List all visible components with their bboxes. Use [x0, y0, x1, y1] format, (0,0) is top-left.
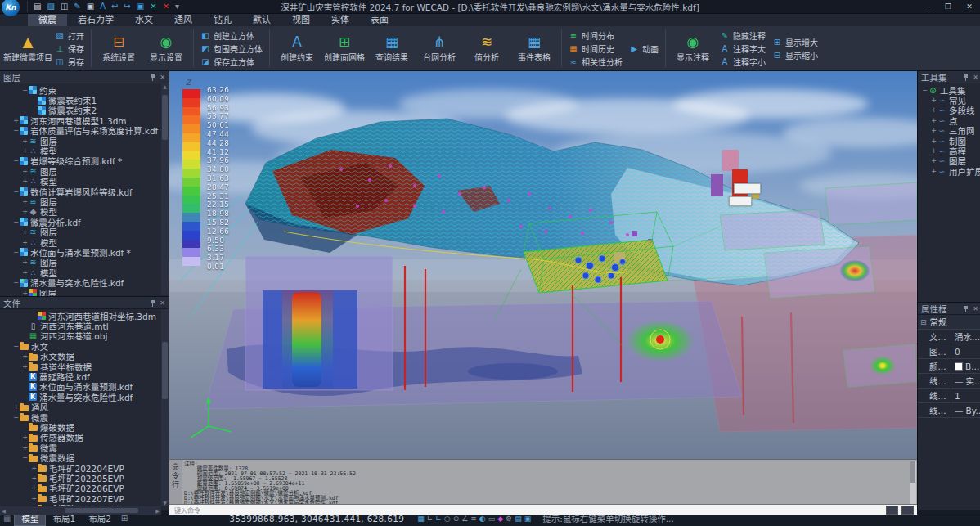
- menu-tab[interactable]: 水文: [124, 14, 164, 26]
- ribbon-small-button[interactable]: ◫另存: [53, 56, 86, 68]
- pin-icon[interactable]: [963, 305, 969, 312]
- tree-twisty[interactable]: +: [30, 474, 38, 482]
- window-icon[interactable]: ▣: [137, 1, 144, 12]
- tree-twisty[interactable]: +: [930, 97, 937, 104]
- tree-twisty[interactable]: +: [930, 106, 937, 114]
- pin-icon[interactable]: [963, 74, 969, 81]
- ribbon-small-button[interactable]: ✎隐藏注释: [718, 29, 767, 42]
- tree-twisty[interactable]: +: [21, 147, 29, 155]
- tree-twisty[interactable]: +: [930, 147, 937, 155]
- tree-item[interactable]: K涌水量与突水危险性.kdf: [0, 392, 169, 402]
- tree-twisty[interactable]: +: [21, 363, 29, 371]
- tree-twisty[interactable]: +: [21, 269, 29, 276]
- scroll-thumb[interactable]: [65, 508, 138, 513]
- tree-twisty[interactable]: −: [12, 279, 20, 286]
- tree-twisty[interactable]: +: [930, 117, 937, 124]
- tree-twisty[interactable]: +: [30, 465, 38, 472]
- tree-twisty[interactable]: −: [12, 218, 20, 226]
- tree-twisty[interactable]: −: [21, 87, 29, 94]
- tree-item[interactable]: +≋图层: [0, 136, 169, 146]
- vertical-scrollbar[interactable]: ▲: [161, 83, 169, 295]
- polar-tracking-icon[interactable]: ○: [444, 515, 451, 523]
- close-red-icon[interactable]: ✕: [163, 1, 169, 12]
- ribbon-small-button[interactable]: ⊟显示缩小: [771, 49, 820, 61]
- property-row[interactable]: 线...1: [918, 389, 980, 403]
- object-track-icon[interactable]: ∠: [461, 515, 468, 523]
- tree-twisty[interactable]: −: [12, 343, 20, 350]
- tree-twisty[interactable]: +: [930, 168, 937, 175]
- tree-twisty[interactable]: +: [21, 290, 29, 297]
- units-icon[interactable]: ▤: [515, 515, 522, 523]
- tree-item[interactable]: +≋图层: [0, 196, 169, 206]
- tree-twisty[interactable]: −: [12, 414, 20, 421]
- osnap-icon[interactable]: ⊕: [453, 515, 460, 523]
- menu-tab[interactable]: 岩石力学: [67, 14, 124, 26]
- tree-item[interactable]: −涌水量与突水危险性.kdf: [0, 277, 169, 287]
- ribbon-small-button[interactable]: ◧创建立方体: [199, 29, 264, 42]
- console-option-button[interactable]: [901, 506, 914, 515]
- tree-twisty[interactable]: +: [21, 228, 29, 236]
- ortho-icon[interactable]: ∟: [435, 515, 442, 523]
- vertical-scrollbar[interactable]: ▼: [161, 309, 169, 506]
- restore-button[interactable]: ❐: [937, 0, 959, 13]
- collapse-icon[interactable]: ⊟: [920, 318, 927, 326]
- close-panel-icon[interactable]: ✕: [973, 74, 978, 81]
- close-button[interactable]: ✕: [959, 0, 980, 13]
- logo-a-icon[interactable]: A: [100, 1, 106, 12]
- tree-item[interactable]: +≋图层: [0, 166, 169, 176]
- scroll-thumb[interactable]: [910, 461, 915, 483]
- tree-item[interactable]: +≋图层: [0, 258, 169, 267]
- tree-item[interactable]: +通风: [0, 402, 169, 412]
- tree-twisty[interactable]: −: [12, 188, 20, 196]
- qat-dropdown-icon[interactable]: ▾: [175, 1, 179, 12]
- tree-item[interactable]: ▦河西河东巷道.obj: [0, 331, 169, 341]
- ribbon-button[interactable]: A创建约束: [275, 29, 319, 68]
- tree-item[interactable]: −微震分析.kdf: [0, 217, 169, 227]
- menu-tab[interactable]: 微震: [28, 14, 67, 26]
- 3d-viewport[interactable]: Z 63.2660.0956.9353.7750.6147.4444.2841.…: [169, 71, 917, 459]
- tree-twisty[interactable]: −: [12, 157, 20, 164]
- ribbon-small-button[interactable]: A注释字小: [718, 56, 767, 68]
- ribbon-button[interactable]: ⊟系统设置: [97, 29, 141, 68]
- tree-item[interactable]: 爆破数据: [0, 422, 169, 432]
- annotation-icon[interactable]: ◆: [497, 515, 503, 523]
- tree-item[interactable]: +≋图层: [0, 227, 169, 236]
- ribbon-button[interactable]: ▲新建微震项目: [6, 29, 50, 68]
- tree-item[interactable]: −水文: [0, 341, 169, 351]
- property-row[interactable]: 线...—实...: [918, 374, 980, 389]
- ribbon-small-button[interactable]: A注释字大: [718, 43, 767, 55]
- menu-tab[interactable]: 通风: [164, 14, 203, 26]
- ribbon-small-button[interactable]: ◩包围壳立方体: [199, 43, 264, 55]
- console-log[interactable]: 注释: 微震事件数量: 1328 时间范围: 2021-07-01 00:57:…: [184, 461, 909, 504]
- scroll-thumb[interactable]: [162, 95, 168, 140]
- ribbon-button[interactable]: ▦查询结果: [370, 29, 414, 68]
- ribbon-button[interactable]: ⊞创建面网格: [322, 29, 366, 68]
- ribbon-small-button[interactable]: ⊞显示增大: [771, 36, 820, 48]
- tree-item[interactable]: +传感器数据: [0, 433, 169, 443]
- tree-twisty[interactable]: −: [12, 249, 20, 256]
- close-panel-icon[interactable]: ✕: [973, 305, 978, 312]
- workspace-gear-icon[interactable]: ⚙: [506, 515, 512, 523]
- tree-item[interactable]: −水位面与涌水量预测.kdf *: [0, 247, 169, 257]
- property-row[interactable]: 图...0: [918, 344, 980, 359]
- tree-twisty[interactable]: +: [21, 168, 29, 175]
- ribbon-button[interactable]: ≋值分析: [465, 29, 509, 68]
- ribbon-small-button[interactable]: ▦时间历史: [567, 43, 624, 55]
- scroll-left-icon[interactable]: ◀: [0, 508, 7, 514]
- close-panel-icon[interactable]: ✕: [160, 299, 165, 307]
- grid-icon[interactable]: ▦: [417, 515, 425, 523]
- ribbon-small-button[interactable]: ≈相关性分析: [567, 56, 624, 68]
- dynamic-input-icon[interactable]: ▭: [488, 515, 496, 523]
- ribbon-small-button[interactable]: ≡时间分布: [567, 29, 624, 42]
- tree-twisty[interactable]: +: [930, 127, 937, 134]
- tree-twisty[interactable]: +: [21, 444, 29, 452]
- scroll-thumb[interactable]: [162, 342, 168, 399]
- tree-twisty[interactable]: +: [930, 157, 937, 164]
- menu-tab[interactable]: 视图: [281, 14, 321, 26]
- viewport-3d-scene[interactable]: [169, 71, 917, 459]
- tree-twisty[interactable]: +: [12, 403, 20, 411]
- ribbon-small-button[interactable]: ▶动画: [627, 43, 660, 55]
- tree-twisty[interactable]: −: [921, 87, 928, 94]
- tree-twisty[interactable]: −: [21, 454, 29, 461]
- open-file-icon[interactable]: ▨: [47, 1, 54, 12]
